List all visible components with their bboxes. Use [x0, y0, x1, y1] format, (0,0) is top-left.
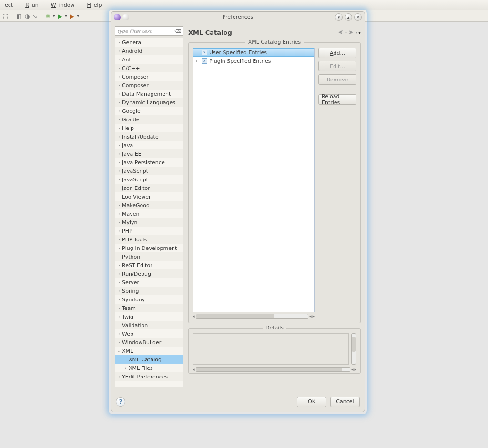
- tree-item[interactable]: ›Ant: [115, 55, 183, 64]
- details-hscroll[interactable]: ◂ ◂▸: [193, 367, 356, 372]
- expand-icon[interactable]: ›: [116, 237, 122, 242]
- clear-filter-icon[interactable]: ⌫: [174, 28, 181, 34]
- nav-back-icon[interactable]: ⮜: [337, 29, 344, 36]
- expand-icon[interactable]: ›: [116, 177, 122, 182]
- nav-fwd-icon[interactable]: ⮞: [348, 29, 355, 36]
- toolbar-icon[interactable]: ◑: [25, 13, 30, 20]
- expand-icon[interactable]: ›: [116, 151, 122, 156]
- tree-item[interactable]: ›Java: [115, 141, 183, 149]
- expand-icon[interactable]: ›: [116, 263, 122, 268]
- tree-item[interactable]: ›Data Management: [115, 90, 183, 98]
- expand-icon[interactable]: ›: [116, 109, 122, 113]
- expand-icon[interactable]: ›: [116, 126, 122, 130]
- expand-icon[interactable]: ›: [116, 100, 122, 105]
- tree-item[interactable]: ›Team: [115, 304, 183, 312]
- tree-item[interactable]: ›PHP Tools: [115, 235, 183, 244]
- tree-item[interactable]: ›JavaScript: [115, 175, 183, 184]
- expand-icon[interactable]: ›: [116, 246, 122, 250]
- tree-item[interactable]: Json Editor: [115, 184, 183, 192]
- menu-item[interactable]: ect: [2, 1, 16, 9]
- expand-icon[interactable]: ›: [116, 306, 122, 310]
- tree-item[interactable]: ›Google: [115, 107, 183, 115]
- tree-item[interactable]: ›Install/Update: [115, 132, 183, 141]
- toolbar-icon[interactable]: ↘: [32, 13, 37, 20]
- tree-item[interactable]: Log Viewer: [115, 192, 183, 201]
- tree-item[interactable]: ›Java EE: [115, 149, 183, 158]
- expand-icon[interactable]: ›: [116, 297, 122, 302]
- entries-row[interactable]: xUser Specified Entries: [193, 48, 314, 57]
- tree-item[interactable]: ›Run/Debug: [115, 269, 183, 278]
- tree-item[interactable]: ›Symfony: [115, 295, 183, 304]
- expand-icon[interactable]: ›: [116, 374, 122, 379]
- expand-icon[interactable]: ›: [116, 211, 122, 216]
- menu-item[interactable]: Help: [81, 1, 104, 9]
- help-button[interactable]: ?: [116, 397, 125, 407]
- tree-item[interactable]: ›Web: [115, 329, 183, 338]
- dialog-titlebar[interactable]: Preferences ▾ ▴ ✕: [111, 12, 365, 22]
- tree-item[interactable]: ›Server: [115, 278, 183, 287]
- tree-item[interactable]: ›C/C++: [115, 64, 183, 72]
- tree-item[interactable]: ›Android: [115, 47, 183, 55]
- tree-item[interactable]: ›Composer: [115, 81, 183, 90]
- expand-icon[interactable]: ›: [116, 340, 122, 345]
- entries-tree[interactable]: xUser Specified Entries›xPlugin Specifie…: [193, 48, 315, 312]
- expand-icon[interactable]: ›: [116, 271, 122, 276]
- preferences-tree[interactable]: ›General›Android›Ant›C/C++›Composer›Comp…: [115, 38, 183, 387]
- expand-icon[interactable]: ›: [116, 40, 122, 45]
- maximize-button[interactable]: ▴: [345, 13, 352, 21]
- tree-item[interactable]: Python: [115, 252, 183, 261]
- expand-icon[interactable]: ›: [116, 91, 122, 96]
- expand-icon[interactable]: ›: [116, 203, 122, 208]
- expand-icon[interactable]: ›: [116, 314, 122, 319]
- close-button[interactable]: ✕: [354, 13, 362, 21]
- expand-icon[interactable]: ›: [116, 289, 122, 293]
- tree-item[interactable]: Validation: [115, 321, 183, 329]
- expand-icon[interactable]: ›: [116, 169, 122, 173]
- expand-icon[interactable]: ⌄: [116, 348, 122, 353]
- expand-icon[interactable]: ›: [116, 134, 122, 139]
- expand-icon[interactable]: ›: [123, 366, 129, 370]
- minimize-button[interactable]: ▾: [335, 13, 343, 21]
- tree-item[interactable]: ›ReST Editor: [115, 261, 183, 269]
- tree-item[interactable]: ›Spring: [115, 287, 183, 295]
- expand-icon[interactable]: ›: [116, 280, 122, 285]
- page-menu-icon[interactable]: ▾: [358, 30, 361, 35]
- expand-icon[interactable]: ›: [116, 83, 122, 88]
- cancel-button[interactable]: Cancel: [330, 397, 360, 407]
- expand-icon[interactable]: ›: [116, 143, 122, 148]
- toolbar-icon[interactable]: ◧: [16, 13, 21, 20]
- expand-icon[interactable]: ›: [196, 59, 202, 63]
- tree-item[interactable]: ›Maven: [115, 209, 183, 218]
- toolbar-icon[interactable]: ⬚: [3, 13, 8, 20]
- details-vscroll[interactable]: [351, 333, 356, 365]
- expand-icon[interactable]: ›: [116, 220, 122, 225]
- tree-item[interactable]: ›Plug-in Development: [115, 244, 183, 252]
- tree-item[interactable]: ›Composer: [115, 72, 183, 81]
- expand-icon[interactable]: ›: [116, 49, 122, 53]
- menu-item[interactable]: Run: [20, 1, 41, 9]
- tree-item[interactable]: ›MakeGood: [115, 201, 183, 209]
- expand-icon[interactable]: ›: [116, 66, 122, 70]
- tree-item[interactable]: ›Gradle: [115, 115, 183, 124]
- tree-item[interactable]: ›WindowBuilder: [115, 338, 183, 347]
- menu-item[interactable]: Window: [45, 1, 78, 9]
- tree-item[interactable]: ›Dynamic Languages: [115, 98, 183, 107]
- add-button[interactable]: Add...: [318, 48, 356, 58]
- tree-item[interactable]: ›Java Persistence: [115, 158, 183, 167]
- tree-item[interactable]: ›PHP: [115, 227, 183, 235]
- entries-row[interactable]: ›xPlugin Specified Entries: [193, 57, 314, 65]
- tree-item[interactable]: ›Help: [115, 124, 183, 132]
- tree-item[interactable]: ›Twig: [115, 312, 183, 321]
- run-icon[interactable]: ▶: [58, 13, 62, 20]
- ok-button[interactable]: OK: [297, 397, 326, 407]
- expand-icon[interactable]: ›: [116, 57, 122, 62]
- tree-item[interactable]: XML Catalog: [115, 355, 183, 364]
- debug-icon[interactable]: ✲: [45, 13, 50, 20]
- tree-item[interactable]: ›JavaScript: [115, 167, 183, 175]
- expand-icon[interactable]: ›: [116, 331, 122, 336]
- filter-input[interactable]: type filter text ⌫: [115, 26, 183, 36]
- reload-button[interactable]: Reload Entries: [318, 94, 356, 105]
- tree-item[interactable]: ›XML Files: [115, 364, 183, 372]
- entries-hscroll[interactable]: ◂ ◂▸: [193, 313, 315, 319]
- tree-item[interactable]: ›General: [115, 38, 183, 47]
